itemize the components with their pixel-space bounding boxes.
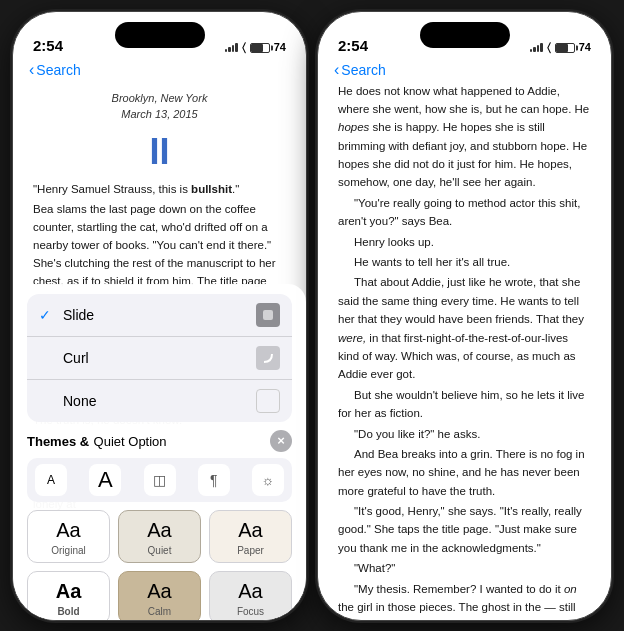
right-text-body: He does not know what happened to Addie,… bbox=[338, 82, 591, 621]
right-phone: 2:54 〈 74 ‹ Search bbox=[317, 11, 612, 621]
themes-header-row: Themes & Quiet Option × bbox=[27, 430, 292, 452]
theme-aa-paper: Aa bbox=[238, 519, 262, 542]
none-item-left: ✓ None bbox=[39, 393, 96, 409]
chapter-numeral: II bbox=[13, 131, 306, 173]
right-para-1: "You're really going to method actor thi… bbox=[338, 194, 591, 231]
battery-container-right bbox=[555, 41, 575, 53]
battery-container bbox=[250, 41, 270, 53]
dynamic-island-right bbox=[420, 22, 510, 48]
font-option-icon: ¶ bbox=[210, 472, 218, 488]
slide-label: Slide bbox=[63, 307, 94, 323]
close-button[interactable]: × bbox=[270, 430, 292, 452]
back-label-left: Search bbox=[36, 62, 80, 78]
transition-item-none[interactable]: ✓ None bbox=[27, 380, 292, 422]
back-button-right[interactable]: ‹ Search bbox=[334, 62, 386, 78]
themes-label: Themes & bbox=[27, 434, 89, 449]
brightness-icon: ☼ bbox=[262, 472, 275, 488]
right-para-7: And Bea breaks into a grin. There is no … bbox=[338, 445, 591, 500]
theme-card-quiet[interactable]: Aa Quiet bbox=[118, 510, 201, 563]
theme-card-paper[interactable]: Aa Paper bbox=[209, 510, 292, 563]
signal-icon-right bbox=[530, 42, 543, 52]
theme-name-paper: Paper bbox=[237, 545, 264, 556]
themes-label-group: Themes & Quiet Option bbox=[27, 432, 167, 450]
theme-aa-calm: Aa bbox=[147, 580, 171, 603]
right-para-10: "My thesis. Remember? I wanted to do it … bbox=[338, 580, 591, 621]
quiet-options-label: Quiet Option bbox=[94, 434, 167, 449]
right-para-3: He wants to tell her it's all true. bbox=[338, 253, 591, 271]
book-location: Brooklyn, New York March 13, 2015 bbox=[13, 82, 306, 127]
right-para-9: "What?" bbox=[338, 559, 591, 577]
small-a-label: A bbox=[47, 473, 55, 487]
battery-number: 74 bbox=[274, 41, 286, 53]
slide-icon bbox=[256, 303, 280, 327]
overlay-panel: ✓ Slide ✓ Curl bbox=[13, 284, 306, 621]
back-chevron-icon: ‹ bbox=[29, 62, 34, 78]
back-chevron-icon-right: ‹ bbox=[334, 62, 339, 78]
large-a-label: A bbox=[98, 467, 113, 493]
left-book-content: Brooklyn, New York March 13, 2015 II "He… bbox=[13, 82, 306, 621]
right-para-0: He does not know what happened to Addie,… bbox=[338, 82, 591, 192]
transition-item-curl[interactable]: ✓ Curl bbox=[27, 337, 292, 380]
right-para-6: "Do you like it?" he asks. bbox=[338, 425, 591, 443]
theme-card-focus[interactable]: Aa Focus bbox=[209, 571, 292, 621]
nav-bar-right: ‹ Search bbox=[318, 60, 611, 82]
none-label: None bbox=[63, 393, 96, 409]
curl-item-left: ✓ Curl bbox=[39, 350, 89, 366]
curl-label: Curl bbox=[63, 350, 89, 366]
signal-icon bbox=[225, 42, 238, 52]
theme-card-calm[interactable]: Aa Calm bbox=[118, 571, 201, 621]
theme-name-original: Original bbox=[51, 545, 85, 556]
left-phone: 2:54 〈 74 ‹ Search bbox=[12, 11, 307, 621]
svg-rect-0 bbox=[263, 310, 273, 320]
status-time-left: 2:54 bbox=[33, 37, 63, 54]
right-book-content: He does not know what happened to Addie,… bbox=[318, 82, 611, 621]
battery-number-right: 74 bbox=[579, 41, 591, 53]
wifi-icon: 〈 bbox=[242, 41, 246, 54]
back-label-right: Search bbox=[341, 62, 385, 78]
brightness-button[interactable]: ☼ bbox=[252, 464, 284, 496]
theme-card-original[interactable]: Aa Original bbox=[27, 510, 110, 563]
none-icon bbox=[256, 389, 280, 413]
theme-name-calm: Calm bbox=[148, 606, 171, 617]
wifi-icon-right: 〈 bbox=[547, 41, 551, 54]
status-icons-right: 〈 74 bbox=[530, 41, 591, 54]
location-text: Brooklyn, New York March 13, 2015 bbox=[112, 92, 208, 121]
theme-name-bold: Bold bbox=[57, 606, 79, 617]
theme-aa-quiet: Aa bbox=[147, 519, 171, 542]
text-style-icon: ◫ bbox=[153, 472, 166, 488]
theme-card-bold[interactable]: Aa Bold bbox=[27, 571, 110, 621]
theme-aa-focus: Aa bbox=[238, 580, 262, 603]
font-decrease-button[interactable]: A bbox=[35, 464, 67, 496]
back-button-left[interactable]: ‹ Search bbox=[29, 62, 81, 78]
font-style-button[interactable]: ◫ bbox=[144, 464, 176, 496]
dynamic-island bbox=[115, 22, 205, 48]
font-controls-row: A A ◫ ¶ ☼ bbox=[27, 458, 292, 502]
theme-name-focus: Focus bbox=[237, 606, 264, 617]
right-para-8: "It's good, Henry," she says. "It's real… bbox=[338, 502, 591, 557]
status-icons-left: 〈 74 bbox=[225, 41, 286, 54]
theme-name-quiet: Quiet bbox=[148, 545, 172, 556]
right-para-2: Henry looks up. bbox=[338, 233, 591, 251]
curl-icon bbox=[256, 346, 280, 370]
font-increase-button[interactable]: A bbox=[89, 464, 121, 496]
theme-aa-bold: Aa bbox=[56, 580, 82, 603]
transition-menu: ✓ Slide ✓ Curl bbox=[27, 294, 292, 422]
right-para-4: That about Addie, just like he wrote, th… bbox=[338, 273, 591, 383]
transition-item-slide[interactable]: ✓ Slide bbox=[27, 294, 292, 337]
themes-grid: Aa Original Aa Quiet Aa Paper Aa Bold bbox=[27, 510, 292, 621]
para-0: "Henry Samuel Strauss, this is bullshit.… bbox=[33, 181, 286, 199]
theme-aa-original: Aa bbox=[56, 519, 80, 542]
slide-item-left: ✓ Slide bbox=[39, 307, 94, 323]
slide-check: ✓ bbox=[39, 307, 55, 323]
nav-bar-left: ‹ Search bbox=[13, 60, 306, 82]
right-para-5: But she wouldn't believe him, so he lets… bbox=[338, 386, 591, 423]
font-option-button[interactable]: ¶ bbox=[198, 464, 230, 496]
status-time-right: 2:54 bbox=[338, 37, 368, 54]
